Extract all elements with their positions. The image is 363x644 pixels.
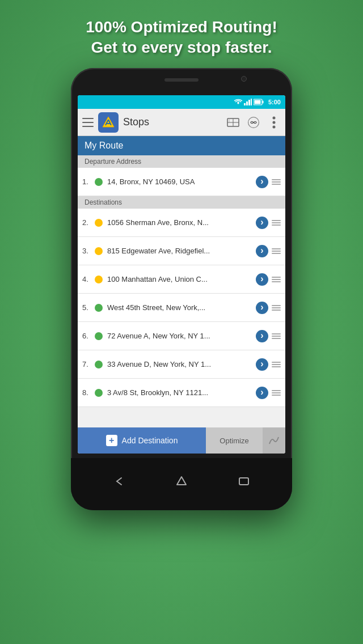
stop-number: 3.: [82, 247, 95, 255]
hamburger-icon[interactable]: [82, 118, 94, 127]
stop-dot: [95, 219, 103, 227]
stop-address: 72 Avenue A, New York, NY 1...: [107, 332, 252, 340]
infinity-svg: [247, 116, 260, 129]
route-viz-icon: [268, 435, 280, 446]
phone-screen: 5:00 Stops: [78, 95, 285, 454]
phone-camera: [241, 76, 247, 82]
stop-address: 100 Manhattan Ave, Union C...: [107, 275, 252, 283]
action-bar: + Add Destination Optimize: [78, 427, 285, 454]
route-title: My Route: [85, 141, 123, 150]
stop-address: 14, Bronx, NY 10469, USA: [107, 177, 252, 186]
more-icon[interactable]: [267, 116, 281, 129]
stop-dot: [95, 178, 103, 186]
optimize-icon[interactable]: [247, 116, 260, 129]
svg-point-16: [273, 121, 276, 124]
add-destination-button[interactable]: + Add Destination: [78, 427, 206, 454]
stop-item[interactable]: 5. West 45th Street, New York,...: [78, 294, 285, 322]
signal-icon: [244, 99, 252, 105]
phone-nav-bar: [71, 458, 292, 510]
drag-handle-icon[interactable]: [272, 390, 281, 396]
stop-dot: [95, 332, 103, 340]
svg-rect-0: [244, 103, 246, 105]
stop-dot: [95, 304, 103, 312]
svg-rect-5: [262, 101, 263, 104]
drag-handle-icon[interactable]: [272, 248, 281, 254]
stop-address: 33 Avenue D, New York, NY 1...: [107, 360, 252, 368]
drag-handle-icon[interactable]: [272, 333, 281, 339]
stop-address: West 45th Street, New York,...: [107, 303, 252, 312]
drag-handle-icon[interactable]: [272, 220, 281, 226]
optimize-button[interactable]: Optimize: [206, 427, 263, 454]
stop-chevron-icon[interactable]: [256, 302, 268, 314]
back-button[interactable]: [108, 470, 130, 493]
stop-number: 6.: [82, 332, 95, 340]
stop-address: 3 Av/8 St, Brooklyn, NY 1121...: [107, 388, 252, 397]
stop-number: 4.: [82, 275, 95, 283]
stop-dot: [95, 361, 103, 368]
status-time: 5:00: [268, 99, 281, 105]
stop-chevron-icon[interactable]: [256, 330, 268, 342]
destinations-section-label: Destinations: [78, 196, 285, 209]
battery-icon: [254, 99, 264, 105]
promo-line1: 100% Optimized Routing!: [23, 17, 340, 37]
svg-marker-7: [103, 117, 114, 127]
map-icon[interactable]: [226, 116, 240, 129]
app-toolbar: Stops: [78, 109, 285, 136]
status-icons: [234, 99, 264, 105]
stop-number: 2.: [82, 218, 95, 227]
route-viz-button[interactable]: [263, 427, 285, 454]
stop-chevron-icon[interactable]: [256, 217, 268, 229]
stop-chevron-icon[interactable]: [256, 245, 268, 257]
toolbar-actions: [226, 116, 281, 129]
stop-number: 5.: [82, 303, 95, 312]
svg-rect-19: [239, 478, 248, 485]
stop-chevron-icon[interactable]: [256, 176, 268, 188]
recents-button[interactable]: [233, 470, 255, 493]
map-svg: [227, 117, 239, 128]
drag-handle-icon[interactable]: [272, 277, 281, 282]
stop-item[interactable]: 4. 100 Manhattan Ave, Union C...: [78, 265, 285, 294]
stop-dot: [95, 276, 103, 283]
app-title: Stops: [123, 116, 226, 128]
add-destination-label: Add Destination: [122, 436, 178, 445]
stop-item[interactable]: 6. 72 Avenue A, New York, NY 1...: [78, 322, 285, 350]
stop-number: 8.: [82, 388, 95, 397]
promo-line2: Get to every stop faster.: [23, 37, 340, 58]
svg-rect-3: [251, 99, 252, 105]
stop-item[interactable]: 8. 3 Av/8 St, Brooklyn, NY 1121...: [78, 379, 285, 407]
recents-icon: [237, 474, 251, 488]
stop-chevron-icon[interactable]: [256, 273, 268, 286]
status-bar: 5:00: [78, 95, 285, 109]
stop-address: 1056 Sherman Ave, Bronx, N...: [107, 218, 252, 227]
more-svg: [272, 116, 276, 129]
svg-point-17: [273, 125, 276, 128]
stop-item[interactable]: 1. 14, Bronx, NY 10469, USA: [78, 168, 285, 196]
app-logo: [98, 112, 119, 133]
svg-point-15: [273, 116, 276, 119]
svg-rect-2: [248, 100, 250, 105]
logo-icon: [102, 116, 115, 129]
home-button[interactable]: [170, 470, 193, 493]
plus-icon: +: [106, 435, 117, 446]
phone-speaker: [164, 78, 199, 82]
optimize-label: Optimize: [220, 437, 248, 445]
stop-item[interactable]: 3. 815 Edgewater Ave, Ridgefiel...: [78, 237, 285, 265]
stop-chevron-icon[interactable]: [256, 387, 268, 399]
stop-item[interactable]: 2. 1056 Sherman Ave, Bronx, N...: [78, 209, 285, 237]
departure-section-label: Departure Address: [78, 155, 285, 168]
drag-handle-icon[interactable]: [272, 305, 281, 311]
stop-chevron-icon[interactable]: [256, 358, 268, 371]
route-header: My Route: [78, 136, 285, 155]
stop-number: 7.: [82, 360, 95, 368]
wifi-icon: [234, 99, 242, 105]
drag-handle-icon[interactable]: [272, 362, 281, 367]
svg-rect-6: [254, 100, 260, 104]
back-icon: [112, 474, 126, 488]
stop-address: 815 Edgewater Ave, Ridgefiel...: [107, 247, 252, 255]
stop-item[interactable]: 7. 33 Avenue D, New York, NY 1...: [78, 350, 285, 379]
drag-handle-icon[interactable]: [272, 179, 281, 185]
home-icon: [175, 474, 188, 488]
promo-text-block: 100% Optimized Routing! Get to every sto…: [0, 17, 363, 58]
stop-dot: [95, 247, 103, 255]
svg-marker-18: [177, 477, 186, 485]
